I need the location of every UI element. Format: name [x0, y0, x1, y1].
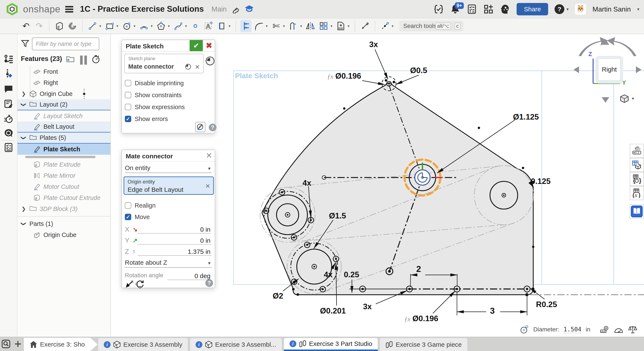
learning-center-icon[interactable]	[244, 5, 254, 14]
clear-selection-icon[interactable]: ✕	[195, 64, 200, 71]
part-row-origin-cube[interactable]: Origin Cube	[18, 229, 110, 240]
performance-timer-icon[interactable]	[4, 114, 13, 123]
dim-diameter-0p196-top[interactable]: Ø0.196	[335, 72, 361, 81]
mirror-tool-icon[interactable]	[305, 20, 316, 32]
tab-search-icon[interactable]	[0, 337, 12, 351]
feature-row-origin-cube[interactable]: ❯ Origin Cube ⋮●⋮	[18, 88, 110, 99]
fillet-tool-icon[interactable]	[254, 20, 264, 32]
collapse-caret-icon[interactable]: ❯	[21, 102, 27, 107]
feature-row-plates-folder[interactable]: ❯ Plates (5)	[18, 133, 110, 144]
dim-length-2[interactable]: 2	[416, 264, 421, 274]
learning-panel-button[interactable]	[630, 204, 644, 218]
move-option[interactable]: ✓ Move	[125, 212, 150, 222]
checkbox-unchecked[interactable]	[125, 104, 131, 110]
ai-advisor-icon[interactable]	[500, 4, 510, 14]
dim-diameter-1p125[interactable]: Ø1.125	[513, 113, 539, 122]
undo-button[interactable]: ↶	[20, 20, 32, 32]
feedback-chat-icon[interactable]	[4, 129, 13, 138]
line-tool-caret-icon[interactable]: ▾	[99, 24, 101, 28]
mass-properties-icon[interactable]	[628, 325, 638, 334]
new-tab-button[interactable]	[12, 337, 24, 351]
search-tools-input[interactable]	[400, 21, 463, 31]
tab-exercise-3-assembl[interactable]: i Exercise 3 Assembl...	[190, 338, 282, 351]
slot-tool-caret-icon[interactable]: ▾	[228, 24, 230, 28]
tab-exercise-3-sho[interactable]: Exercise 3: Sho	[24, 338, 98, 351]
plate-outline[interactable]	[262, 83, 533, 295]
confirm-button[interactable]: ✔	[190, 40, 203, 51]
dimension-tool-icon[interactable]	[240, 20, 252, 32]
construction-tool-caret-icon[interactable]: ▾	[392, 24, 394, 28]
appearance-panel-button[interactable]	[630, 144, 644, 158]
feature-row-layout-sketch[interactable]: Layout Sketch	[18, 110, 110, 122]
view-cube[interactable]: Z Y Right ▾	[571, 32, 644, 113]
mate-connector-picker-icon[interactable]	[205, 56, 215, 66]
redo-button[interactable]: ↷	[34, 20, 45, 32]
entity-mode-dropdown[interactable]: On entity ▾	[125, 163, 212, 173]
comments-icon[interactable]	[4, 84, 13, 93]
realign-option[interactable]: Realign	[125, 201, 156, 210]
feature-row-plate-mirror[interactable]: Plate Mirror	[18, 170, 110, 181]
feature-row-layout-folder[interactable]: ❯ Layout (2)	[18, 99, 110, 110]
circle-tool-caret-icon[interactable]: ▾	[134, 24, 136, 28]
option-show-errors[interactable]: ✓ Show errors	[125, 114, 168, 124]
feature-row-plate-cutout-extrude[interactable]: Plate Cutout Extrude	[18, 192, 110, 203]
dim-0p125[interactable]: 0.125	[531, 177, 551, 186]
origin-entity-field[interactable]: Origin entity Edge of Belt Layout ✕	[124, 176, 214, 195]
configurations-panel-button[interactable]	[630, 158, 644, 172]
rectangle-tool-icon[interactable]	[104, 20, 115, 32]
line-tool-icon[interactable]	[87, 20, 98, 32]
home-icon[interactable]	[30, 340, 38, 348]
share-link-icon[interactable]	[231, 5, 240, 14]
option-show-constraints[interactable]: Show constraints	[125, 90, 182, 100]
extrude-tool-icon[interactable]	[54, 20, 65, 32]
dim-0p25[interactable]: 0.25	[344, 270, 359, 279]
document-title[interactable]: 1C - Practice Exercise Solutions	[80, 5, 204, 14]
dim-count-4x-lower[interactable]: 4x	[324, 270, 332, 279]
polygon-tool-caret-icon[interactable]: ▾	[168, 24, 170, 28]
x-offset-input[interactable]: 0 in	[138, 224, 211, 234]
notes-icon[interactable]	[4, 99, 13, 109]
suppress-pause-icon[interactable]	[79, 55, 88, 63]
view-cube-face-label[interactable]: Right	[598, 58, 620, 81]
pattern-tool-caret-icon[interactable]: ▾	[330, 24, 332, 28]
feature-row-plate-sketch[interactable]: Plate Sketch	[18, 144, 110, 155]
feature-row-front[interactable]: Front	[18, 66, 110, 77]
tab-info-icon[interactable]: i	[104, 341, 110, 348]
dim-diameter-0p196-bottom[interactable]: Ø0.196	[412, 314, 438, 323]
y-offset-input[interactable]: 0 in	[138, 235, 211, 245]
hamburger-menu-icon[interactable]	[65, 6, 73, 13]
expand-caret-icon[interactable]: ❯	[21, 206, 26, 212]
row-menu-kebab-icon[interactable]: ⋮●⋮	[82, 90, 87, 98]
rectangle-tool-caret-icon[interactable]: ▾	[116, 24, 118, 28]
dxf-import-tool-icon[interactable]: DXF	[335, 20, 346, 32]
app-store-icon[interactable]	[483, 4, 494, 14]
reorient-secondary-axis-icon[interactable]	[136, 280, 144, 288]
dim-length-3[interactable]: 3	[490, 306, 495, 316]
pattern-tool-icon[interactable]	[318, 20, 329, 32]
sketch-tools-button[interactable]	[195, 122, 205, 132]
checkbox-checked[interactable]: ✓	[125, 214, 131, 220]
offset-tool-icon[interactable]	[288, 20, 299, 32]
flip-primary-axis-icon[interactable]	[124, 280, 134, 288]
feature-row-right[interactable]: Right	[18, 77, 110, 88]
tab-exercise-3-part-studio[interactable]: i Exercise 3 Part Studio	[284, 338, 378, 351]
user-menu-caret-icon[interactable]: ▾	[637, 7, 639, 12]
construction-tool-icon[interactable]	[380, 20, 390, 32]
user-avatar[interactable]	[575, 4, 586, 15]
dim-diameter-1p5[interactable]: Ø1.5	[329, 211, 346, 220]
point-tool-icon[interactable]	[190, 20, 201, 32]
z-offset-input[interactable]: 1.375 in	[138, 246, 211, 256]
dim-diameter-0p201[interactable]: Ø0.201	[320, 306, 346, 315]
share-button[interactable]: Share	[516, 3, 548, 15]
measure-tool-icon[interactable]	[360, 20, 370, 32]
tasks-icon[interactable]	[467, 4, 477, 14]
trim-tool-icon[interactable]: ✄	[270, 20, 282, 32]
filter-icon[interactable]	[21, 39, 30, 48]
diameter-value[interactable]: 1.504	[564, 326, 581, 333]
dim-diameter-0p5[interactable]: Ø0.5	[410, 66, 427, 75]
tab-exercise-3-game-piece[interactable]: Exercise 3 Game piece	[380, 338, 468, 351]
text-tool-icon[interactable]: A	[203, 20, 214, 32]
dxf-tool-caret-icon[interactable]: ▾	[348, 24, 350, 28]
trim-tool-caret-icon[interactable]: ▾	[283, 24, 285, 28]
feature-list-panel-icon[interactable]	[4, 55, 13, 64]
